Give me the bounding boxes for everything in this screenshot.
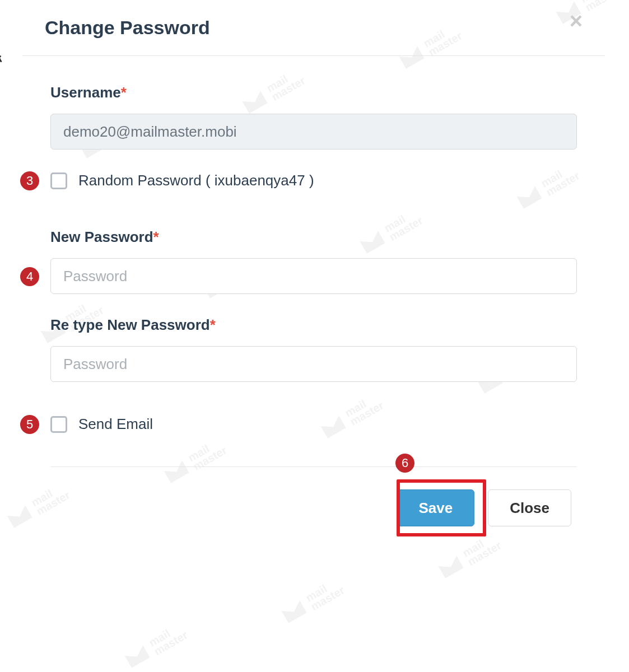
annotation-bubble-4: 4 xyxy=(20,267,39,286)
retype-password-field-group: Re type New Password* xyxy=(50,316,577,382)
dialog-body: Username* 3 Random Password ( ixubaenqya… xyxy=(22,56,605,543)
new-password-label: New Password* xyxy=(50,228,577,246)
send-email-label: Send Email xyxy=(78,416,153,433)
change-password-dialog: Change Password × Username* 3 Random Pas… xyxy=(22,11,605,543)
new-password-field-group: New Password* 4 xyxy=(50,228,577,294)
watermark-text: mailmaster xyxy=(0,44,4,80)
retype-password-input[interactable] xyxy=(50,346,577,382)
required-mark: * xyxy=(153,228,159,245)
annotation-bubble-6: 6 xyxy=(395,454,414,473)
new-password-input[interactable] xyxy=(50,258,577,294)
required-mark: * xyxy=(121,84,127,101)
retype-password-label: Re type New Password* xyxy=(50,316,577,334)
random-password-label: Random Password ( ixubaenqya47 ) xyxy=(78,172,314,189)
close-button[interactable]: Close xyxy=(488,489,571,526)
random-password-row: 3 Random Password ( ixubaenqya47 ) xyxy=(50,172,577,189)
required-mark: * xyxy=(210,316,216,333)
close-icon[interactable]: × xyxy=(570,14,583,27)
dialog-header: Change Password × xyxy=(22,11,605,56)
username-field-group: Username* xyxy=(50,84,577,150)
username-input xyxy=(50,114,577,150)
dialog-title: Change Password xyxy=(45,17,210,39)
username-label: Username* xyxy=(50,84,577,101)
annotation-bubble-3: 3 xyxy=(20,171,39,190)
save-button[interactable]: Save xyxy=(397,489,474,526)
send-email-checkbox[interactable] xyxy=(50,416,67,433)
random-password-checkbox[interactable] xyxy=(50,172,67,189)
dialog-footer: 6 Save Close xyxy=(50,466,577,526)
annotation-bubble-5: 5 xyxy=(20,415,39,434)
send-email-row: 5 Send Email xyxy=(50,416,577,433)
